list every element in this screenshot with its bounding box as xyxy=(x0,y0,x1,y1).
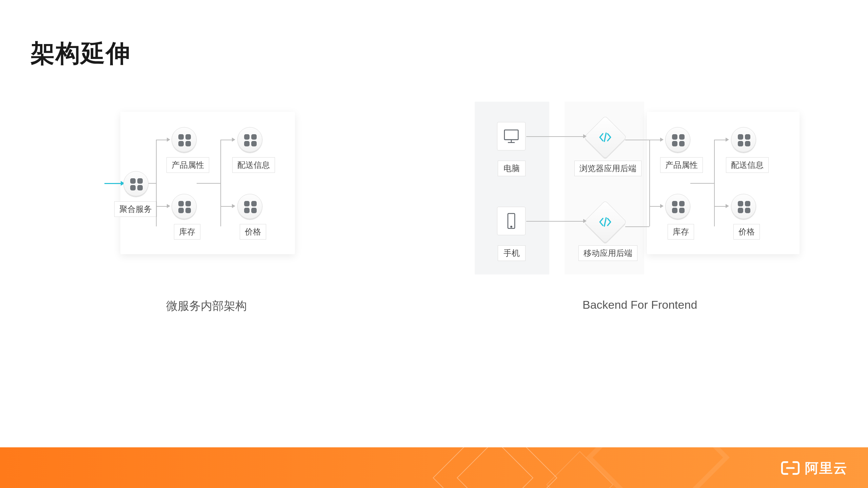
connector xyxy=(526,221,584,222)
bff-label: 浏览器应用后端 xyxy=(574,161,642,176)
arrow-head xyxy=(726,138,729,142)
entry-arrow xyxy=(104,183,121,184)
service-label: 配送信息 xyxy=(232,157,275,173)
arrow-head xyxy=(660,138,664,142)
arrow-head xyxy=(660,204,664,208)
client-label: 手机 xyxy=(498,245,526,261)
arrow-head xyxy=(583,219,587,223)
connector xyxy=(149,183,156,184)
brand-logo: 阿里云 xyxy=(781,458,848,478)
arrow-head xyxy=(167,138,170,142)
service-label: 价格 xyxy=(240,224,266,240)
connector xyxy=(714,206,726,207)
svg-line-6 xyxy=(604,218,606,226)
connector xyxy=(714,140,715,226)
connector xyxy=(649,140,650,226)
service-label: 产品属性 xyxy=(660,157,703,173)
connector xyxy=(714,140,726,140)
connector xyxy=(649,206,661,207)
service-label: 库存 xyxy=(668,224,694,240)
service-label: 配送信息 xyxy=(726,157,769,173)
service-label-aggregator: 聚合服务 xyxy=(114,201,157,217)
arrow-head xyxy=(232,204,235,208)
bff-label: 移动应用后端 xyxy=(578,245,637,261)
caption-right: Backend For Frontend xyxy=(583,298,697,311)
service-icon xyxy=(237,127,262,152)
service-icon xyxy=(731,127,756,152)
page-title: 架构延伸 xyxy=(31,37,131,70)
service-icon xyxy=(665,194,690,219)
arrow-head xyxy=(167,204,170,208)
arrow-head xyxy=(726,204,729,208)
connector xyxy=(156,206,167,207)
connector xyxy=(220,140,233,140)
brand-text: 阿里云 xyxy=(805,459,848,477)
service-icon xyxy=(172,194,197,219)
service-icon xyxy=(237,194,262,219)
service-label: 价格 xyxy=(733,224,760,240)
connector xyxy=(649,140,661,140)
connector xyxy=(197,183,220,184)
service-icon xyxy=(731,194,756,219)
desktop-icon xyxy=(497,122,526,150)
arrow-head xyxy=(232,138,235,142)
connector xyxy=(690,183,714,184)
service-icon xyxy=(665,127,690,152)
mobile-icon xyxy=(497,207,526,235)
connector xyxy=(220,206,233,207)
connector xyxy=(156,140,157,226)
service-icon xyxy=(123,171,149,196)
connector xyxy=(220,140,221,226)
connector xyxy=(156,140,167,140)
svg-line-5 xyxy=(604,133,606,142)
client-label: 电脑 xyxy=(498,161,526,176)
svg-rect-0 xyxy=(505,130,518,140)
arrow-head xyxy=(583,134,587,138)
svg-point-4 xyxy=(511,226,512,227)
footer: 阿里云 xyxy=(0,447,868,488)
service-label: 产品属性 xyxy=(166,157,209,173)
service-label: 库存 xyxy=(174,224,200,240)
connector xyxy=(625,140,649,140)
caption-left: 微服务内部架构 xyxy=(166,298,247,314)
service-icon xyxy=(172,127,197,152)
connector xyxy=(526,136,584,137)
connector xyxy=(625,226,649,227)
